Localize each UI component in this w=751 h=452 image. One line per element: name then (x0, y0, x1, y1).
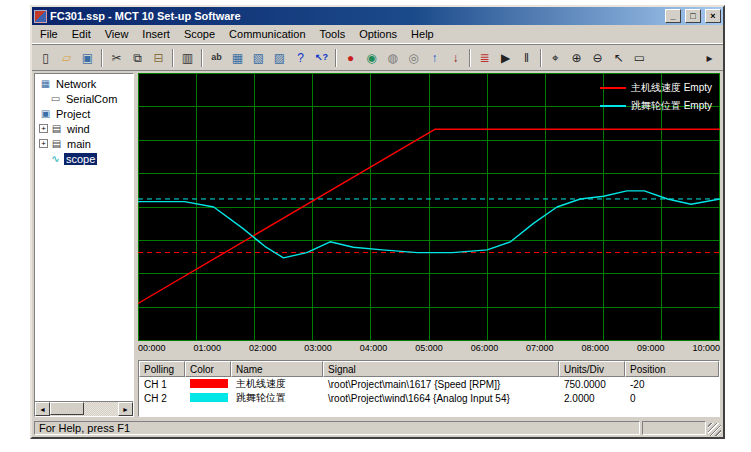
tree-item-wind[interactable]: + ▤ wind (36, 121, 132, 136)
cell-name: 跳舞轮位置 (231, 391, 323, 405)
scope-panel: 主机线速度 Empty 跳舞轮位置 Empty 00:000 01:000 02… (137, 73, 721, 417)
cell-units-div: 2.0000 (559, 393, 625, 404)
table-row-ch2[interactable]: CH 2 跳舞轮位置 \root\Project\wind\1664 {Anal… (139, 391, 719, 405)
color-swatch-ch2 (190, 393, 228, 402)
header-name[interactable]: Name (231, 361, 323, 377)
tree-item-main[interactable]: + ▤ main (36, 136, 132, 151)
select-box-icon[interactable]: ▭ (629, 48, 650, 68)
network-grid-icon[interactable]: ▧ (248, 48, 269, 68)
toolbar-separator (469, 49, 471, 67)
connect-icon[interactable]: ◉ (361, 48, 382, 68)
close-button[interactable]: × (705, 9, 721, 23)
menu-communication[interactable]: Communication (222, 26, 312, 42)
tree-item-scope[interactable]: ∿ scope (36, 151, 132, 166)
record-icon[interactable]: ◍ (382, 48, 403, 68)
help-icon[interactable]: ? (290, 48, 311, 68)
scroll-left-icon[interactable]: ◄ (35, 402, 50, 416)
x-tick: 06:000 (471, 343, 499, 356)
toolbar: ▯ ▱ ▣ ✂ ⧉ ⊟ ▥ ab ▦ ▧ ▨ ? ↖? ● ◉ ◍ ◎ ↑ ↓ … (32, 44, 723, 71)
menu-bar: File Edit View Insert Scope Communicatio… (32, 25, 723, 44)
menu-options[interactable]: Options (352, 26, 404, 42)
menu-file[interactable]: File (33, 26, 65, 42)
menu-view[interactable]: View (98, 26, 136, 42)
cell-signal: \root\Project\main\1617 {Speed [RPM]} (323, 379, 559, 390)
cell-name: 主机线速度 (231, 377, 323, 391)
menu-help[interactable]: Help (404, 26, 441, 42)
table-row-ch1[interactable]: CH 1 主机线速度 \root\Project\main\1617 {Spee… (139, 377, 719, 391)
legend-line-sample (600, 87, 626, 89)
header-position[interactable]: Position (625, 361, 719, 377)
menu-tools[interactable]: Tools (313, 26, 353, 42)
scope-plot[interactable]: 主机线速度 Empty 跳舞轮位置 Empty (138, 73, 720, 341)
project-tree-panel: ▦ Network ▭ SerialCom ▣ Project + ▤ wind (34, 73, 134, 417)
x-tick: 09:000 (637, 343, 665, 356)
legend-label: 主机线速度 Empty (631, 81, 712, 95)
resize-grip[interactable] (708, 423, 721, 436)
cut-icon[interactable]: ✂ (106, 48, 127, 68)
cell-color (185, 379, 231, 390)
menu-scope[interactable]: Scope (177, 26, 222, 42)
cell-polling: CH 1 (139, 379, 185, 390)
insert-text-icon[interactable]: ab (206, 48, 227, 68)
tree-item-label: scope (64, 153, 97, 165)
open-icon[interactable]: ▱ (56, 48, 77, 68)
project-icon: ▣ (39, 108, 52, 119)
sync-icon[interactable]: ◎ (403, 48, 424, 68)
copy-icon[interactable]: ⧉ (127, 48, 148, 68)
toolbar-overflow-icon[interactable]: ▸ (699, 48, 720, 68)
upload-icon[interactable]: ↑ (424, 48, 445, 68)
pointer-icon[interactable]: ↖ (608, 48, 629, 68)
maximize-button[interactable]: □ (685, 9, 701, 23)
new-icon[interactable]: ▯ (35, 48, 56, 68)
save-icon[interactable]: ▣ (77, 48, 98, 68)
download-icon[interactable]: ↓ (445, 48, 466, 68)
paste-icon[interactable]: ⊟ (148, 48, 169, 68)
time-axis: 00:000 01:000 02:000 03:000 04:000 05:00… (138, 341, 720, 356)
menu-insert[interactable]: Insert (135, 26, 177, 42)
header-signal[interactable]: Signal (323, 361, 559, 377)
tree-item-project[interactable]: ▣ Project (36, 106, 132, 121)
print-icon[interactable]: ▥ (177, 48, 198, 68)
status-text: For Help, press F1 (34, 421, 640, 435)
tree-item-network[interactable]: ▦ Network (36, 76, 132, 91)
scrollbar-track[interactable] (50, 402, 118, 416)
tree-item-label: Network (54, 78, 98, 90)
legend-line-sample (600, 105, 626, 107)
header-polling[interactable]: Polling (139, 361, 185, 377)
app-window: FC301.ssp - MCT 10 Set-up Software _ □ ×… (30, 5, 725, 439)
expand-plus-icon[interactable]: + (39, 124, 48, 133)
project-grid-icon[interactable]: ▦ (227, 48, 248, 68)
scope-plot-svg (138, 73, 720, 341)
tree-horizontal-scrollbar[interactable]: ◄ ► (35, 401, 133, 416)
header-color[interactable]: Color (185, 361, 231, 377)
menu-edit[interactable]: Edit (65, 26, 98, 42)
scrollbar-thumb[interactable] (50, 402, 84, 415)
toolbar-separator (172, 49, 174, 67)
zoom-in-icon[interactable]: ⊕ (566, 48, 587, 68)
pause-icon[interactable]: ‖ (516, 48, 537, 68)
color-swatch-ch1 (190, 379, 228, 388)
x-tick: 01:000 (193, 343, 221, 356)
x-tick: 00:000 (138, 343, 166, 356)
minimize-button[interactable]: _ (665, 9, 681, 23)
title-bar: FC301.ssp - MCT 10 Set-up Software _ □ × (32, 7, 723, 25)
x-tick: 03:000 (304, 343, 332, 356)
legend-label: 跳舞轮位置 Empty (631, 99, 712, 113)
status-bar: For Help, press F1 (32, 419, 723, 437)
table-grid-icon[interactable]: ▨ (269, 48, 290, 68)
crosshair-icon[interactable]: ⌖ (545, 48, 566, 68)
stop-icon[interactable]: ● (340, 48, 361, 68)
toolbar-separator (540, 49, 542, 67)
context-help-icon[interactable]: ↖? (311, 48, 332, 68)
expand-plus-icon[interactable]: + (39, 139, 48, 148)
content-area: ▦ Network ▭ SerialCom ▣ Project + ▤ wind (32, 71, 723, 419)
scroll-right-icon[interactable]: ► (118, 402, 133, 416)
scope-waveform-icon: ∿ (49, 153, 62, 164)
play-icon[interactable]: ▶ (495, 48, 516, 68)
tree-item-label: SerialCom (64, 93, 119, 105)
zoom-out-icon[interactable]: ⊖ (587, 48, 608, 68)
curves-icon[interactable]: ≣ (474, 48, 495, 68)
project-tree: ▦ Network ▭ SerialCom ▣ Project + ▤ wind (35, 74, 133, 401)
tree-item-serialcom[interactable]: ▭ SerialCom (36, 91, 132, 106)
header-units-div[interactable]: Units/Div (559, 361, 625, 377)
